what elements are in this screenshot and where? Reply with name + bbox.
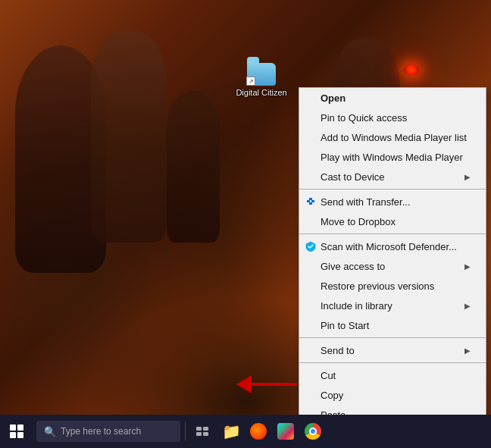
svg-rect-7 (203, 432, 208, 436)
robot-eye-glow (404, 64, 419, 75)
menu-separator-2 (299, 233, 486, 234)
search-bar[interactable]: 🔍 Type here to search (36, 421, 180, 442)
folder-icon: ↗ (246, 49, 277, 86)
menu-item-give-access[interactable]: Give access to ▶ (299, 256, 486, 276)
search-icon: 🔍 (44, 426, 56, 437)
dropbox-icon (303, 196, 318, 207)
menu-item-cast-to-device[interactable]: Cast to Device ▶ (299, 167, 486, 186)
taskbar-divider-1 (185, 422, 186, 440)
menu-separator-4 (299, 362, 486, 363)
svg-rect-5 (203, 427, 208, 431)
shortcut-arrow-icon: ↗ (246, 77, 255, 86)
menu-item-pin-start[interactable]: Pin to Start (299, 315, 486, 335)
firefox-icon (250, 423, 267, 440)
menu-separator-1 (299, 189, 486, 190)
svg-rect-3 (309, 202, 312, 205)
slack-icon (277, 423, 294, 440)
firefox-button[interactable] (246, 419, 271, 443)
svg-rect-4 (196, 427, 202, 431)
menu-item-pin-quick-access[interactable]: Pin to Quick access (299, 108, 486, 127)
menu-item-open[interactable]: Open (299, 88, 486, 108)
red-arrow-annotation (236, 375, 297, 393)
submenu-arrow-icon-3: ▶ (464, 302, 471, 310)
task-view-button[interactable] (190, 419, 214, 443)
defender-icon (303, 241, 318, 252)
menu-item-include-library[interactable]: Include in library ▶ (299, 296, 486, 315)
svg-rect-6 (196, 432, 202, 436)
wallpaper-figure-2 (91, 30, 167, 243)
taskbar: 🔍 Type here to search 📁 (0, 415, 491, 448)
desktop-icon-digital-citizen[interactable]: ↗ Digital Citizen (235, 49, 288, 97)
wallpaper-figure-3 (167, 91, 220, 243)
menu-item-send-transfer[interactable]: Send with Transfer... (299, 192, 486, 211)
menu-item-restore-versions[interactable]: Restore previous versions (299, 276, 486, 296)
chrome-button[interactable] (301, 419, 325, 443)
submenu-arrow-icon-2: ▶ (464, 262, 471, 271)
svg-rect-2 (309, 198, 312, 200)
file-explorer-button[interactable]: 📁 (219, 419, 243, 443)
submenu-arrow-icon: ▶ (464, 173, 471, 181)
search-placeholder: Type here to search (61, 426, 141, 437)
icon-label: Digital Citizen (236, 88, 286, 97)
menu-item-cut[interactable]: Cut (299, 365, 486, 385)
task-view-icon (195, 424, 210, 439)
menu-separator-3 (299, 337, 486, 338)
menu-item-send-to[interactable]: Send to ▶ (299, 340, 486, 360)
svg-rect-1 (311, 200, 314, 202)
menu-item-scan-defender[interactable]: Scan with Microsoft Defender... (299, 237, 486, 256)
arrow-head (236, 375, 252, 393)
menu-item-add-media-player[interactable]: Add to Windows Media Player list (299, 127, 486, 147)
start-button[interactable] (0, 415, 33, 448)
menu-item-copy[interactable]: Copy (299, 385, 486, 405)
chrome-icon (305, 423, 321, 440)
submenu-arrow-icon-4: ▶ (464, 346, 471, 355)
desktop: ↗ Digital Citizen Open Pin to Quick acce… (0, 0, 491, 448)
slack-button[interactable] (274, 419, 298, 443)
file-explorer-icon: 📁 (222, 422, 241, 440)
context-menu: Open Pin to Quick access Add to Windows … (299, 87, 486, 448)
taskbar-pinned-icons: 📁 (219, 419, 325, 443)
windows-logo-icon (10, 425, 23, 438)
arrow-line (252, 383, 297, 386)
menu-item-play-media-player[interactable]: Play with Windows Media Player (299, 147, 486, 167)
menu-item-move-dropbox[interactable]: Move to Dropbox (299, 211, 486, 231)
svg-rect-0 (307, 200, 310, 202)
